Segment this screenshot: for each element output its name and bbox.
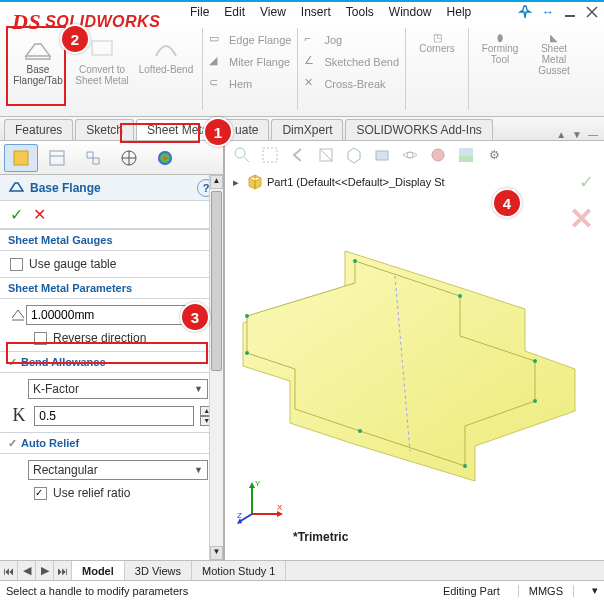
- design-tree-row[interactable]: ▸ Part1 (Default<<Default>_Display St ✓: [225, 169, 604, 195]
- menu-edit[interactable]: Edit: [224, 5, 245, 19]
- ok-icon[interactable]: ✓: [10, 205, 23, 224]
- svg-point-26: [458, 294, 462, 298]
- sketched-bend-button[interactable]: ∠Sketched Bend: [304, 52, 399, 72]
- cross-break-button[interactable]: ✕Cross-Break: [304, 74, 399, 94]
- menu-window[interactable]: Window: [389, 5, 432, 19]
- section-view-icon[interactable]: [315, 144, 337, 166]
- tab-3dviews[interactable]: 3D Views: [125, 561, 192, 580]
- miter-flange-icon: ◢: [209, 54, 225, 70]
- zoom-area-icon[interactable]: [259, 144, 281, 166]
- svg-rect-5: [50, 151, 64, 165]
- minimize-icon[interactable]: [564, 6, 576, 18]
- tab-dimxpert[interactable]: DimXpert: [271, 119, 343, 140]
- panel-tab-appearance-icon[interactable]: [148, 144, 182, 172]
- svg-point-10: [158, 151, 172, 165]
- annotation-marker-3: 3: [180, 302, 210, 332]
- tab-nav-first-icon[interactable]: ⏮: [0, 561, 18, 580]
- k-value-input[interactable]: [34, 406, 194, 426]
- thickness-input[interactable]: [26, 305, 186, 325]
- search-icon[interactable]: ↔: [542, 5, 554, 19]
- tab-nav-next-icon[interactable]: ▶: [36, 561, 54, 580]
- svg-point-29: [463, 464, 467, 468]
- base-flange-title-icon: [8, 179, 24, 196]
- svg-rect-4: [14, 151, 28, 165]
- cancel-icon[interactable]: ✕: [33, 205, 46, 224]
- section-bend-header[interactable]: ✓Bend Allowance⌃: [0, 351, 223, 373]
- section-gauges-header[interactable]: Sheet Metal Gauges⌃: [0, 229, 223, 251]
- menu-view[interactable]: View: [260, 5, 286, 19]
- tab-nav-last-icon[interactable]: ⏭: [54, 561, 72, 580]
- corners-icon: ◳: [433, 32, 442, 43]
- section-relief-header[interactable]: ✓Auto Relief⌃: [0, 432, 223, 454]
- menu-file[interactable]: File: [190, 5, 209, 19]
- forming-tool-button[interactable]: ⬮ Forming Tool: [475, 28, 525, 110]
- section-params-header[interactable]: Sheet Metal Parameters⌃: [0, 277, 223, 299]
- tab-features[interactable]: Features: [4, 119, 73, 140]
- display-style-icon[interactable]: [371, 144, 393, 166]
- expand-minus-icon[interactable]: —: [588, 129, 598, 140]
- svg-point-25: [353, 259, 357, 263]
- tab-addins[interactable]: SOLIDWORKS Add-Ins: [345, 119, 492, 140]
- menu-insert[interactable]: Insert: [301, 5, 331, 19]
- tab-model[interactable]: Model: [72, 561, 125, 580]
- cross-break-icon: ✕: [304, 76, 320, 92]
- view-label: *Trimetric: [293, 530, 348, 544]
- svg-point-18: [407, 152, 413, 158]
- expand-icon[interactable]: ▸: [229, 176, 243, 189]
- miter-flange-button[interactable]: ◢Miter Flange: [209, 52, 291, 72]
- reverse-direction-checkbox[interactable]: Reverse direction: [34, 331, 213, 345]
- relief-type-select[interactable]: Rectangular▼: [28, 460, 208, 480]
- expand-up-icon[interactable]: ▲: [556, 129, 566, 140]
- status-bar: Select a handle to modify parameters Edi…: [0, 580, 604, 600]
- hem-button[interactable]: ⊂Hem: [209, 74, 291, 94]
- hem-icon: ⊂: [209, 76, 225, 92]
- tab-motion[interactable]: Motion Study 1: [192, 561, 286, 580]
- view-settings-icon[interactable]: ⚙: [483, 144, 505, 166]
- bottom-tabs: ⏮ ◀ ▶ ⏭ Model 3D Views Motion Study 1: [0, 560, 604, 580]
- tab-nav-prev-icon[interactable]: ◀: [18, 561, 36, 580]
- scroll-up-icon[interactable]: ▲: [210, 175, 223, 189]
- tab-sketch[interactable]: Sketch: [75, 119, 134, 140]
- use-gauge-checkbox[interactable]: Use gauge table: [10, 257, 213, 271]
- zoom-fit-icon[interactable]: [231, 144, 253, 166]
- jog-button[interactable]: ⌐Jog: [304, 30, 399, 50]
- status-more-icon[interactable]: ▾: [592, 584, 598, 597]
- svg-rect-20: [459, 156, 473, 162]
- annotation-marker-1: 1: [203, 117, 233, 147]
- jog-icon: ⌐: [304, 32, 320, 48]
- menu-tools[interactable]: Tools: [346, 5, 374, 19]
- use-relief-ratio-checkbox[interactable]: Use relief ratio: [34, 486, 213, 500]
- scroll-thumb[interactable]: [211, 191, 222, 371]
- panel-scrollbar[interactable]: ▲ ▼: [209, 175, 223, 560]
- status-mode: Editing Part: [443, 585, 500, 597]
- expand-dd-icon[interactable]: ▼: [572, 129, 582, 140]
- panel-tab-property-icon[interactable]: [40, 144, 74, 172]
- panel-tab-dim-icon[interactable]: [112, 144, 146, 172]
- panel-tab-config-icon[interactable]: [76, 144, 110, 172]
- scroll-down-icon[interactable]: ▼: [210, 546, 223, 560]
- panel-tab-feature-icon[interactable]: [4, 144, 38, 172]
- bend-method-select[interactable]: K-Factor▼: [28, 379, 208, 399]
- pin-icon[interactable]: [518, 5, 532, 19]
- view-orientation-icon[interactable]: [343, 144, 365, 166]
- hide-show-icon[interactable]: [399, 144, 421, 166]
- thickness-icon: [10, 306, 26, 325]
- close-icon[interactable]: [586, 6, 598, 18]
- accept-icon[interactable]: ✓: [579, 171, 594, 193]
- status-units[interactable]: MMGS: [518, 585, 574, 597]
- part-name: Part1 (Default<<Default>_Display St: [267, 176, 445, 188]
- gusset-button[interactable]: ◣ Sheet Metal Gusset: [529, 28, 579, 110]
- menu-help[interactable]: Help: [447, 5, 472, 19]
- svg-point-32: [245, 314, 249, 318]
- appearance-icon[interactable]: [427, 144, 449, 166]
- scene-icon[interactable]: [455, 144, 477, 166]
- edge-flange-icon: ▭: [209, 32, 225, 48]
- annotation-marker-4: 4: [492, 188, 522, 218]
- orientation-triad[interactable]: Y X Z: [237, 474, 287, 524]
- edge-flange-button[interactable]: ▭Edge Flange: [209, 30, 291, 50]
- prev-view-icon[interactable]: [287, 144, 309, 166]
- svg-point-31: [245, 351, 249, 355]
- reject-icon[interactable]: ✕: [569, 201, 594, 236]
- corners-button[interactable]: ◳ Corners: [412, 28, 462, 110]
- viewport[interactable]: ⚙ ▸ Part1 (Default<<Default>_Display St …: [225, 141, 604, 560]
